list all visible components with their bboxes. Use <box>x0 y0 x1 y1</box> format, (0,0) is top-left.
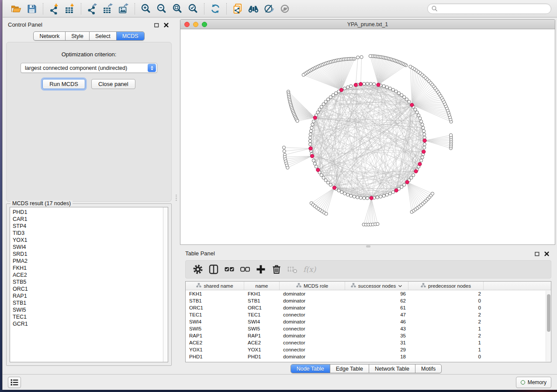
table-scrollbar-thumb[interactable] <box>547 294 550 332</box>
select-all-rows-icon[interactable] <box>224 264 235 275</box>
column-header-MCDS-role[interactable]: MCDS role <box>280 282 345 290</box>
optimization-criterion-select[interactable]: largest connected component (undirected) <box>21 63 157 73</box>
mcds-result-item[interactable]: TID3 <box>13 230 168 237</box>
mcds-result-item[interactable]: FKH1 <box>13 265 168 272</box>
column-header-name[interactable]: name <box>244 282 280 290</box>
mcds-result-item[interactable]: STB5 <box>13 279 168 285</box>
deselect-all-rows-icon[interactable] <box>239 264 251 275</box>
table-row[interactable]: PHD1PHD1dominator180 <box>186 353 551 360</box>
import-network-icon[interactable] <box>48 3 60 14</box>
save-session-icon[interactable] <box>26 3 38 14</box>
close-control-panel-button[interactable] <box>163 22 169 28</box>
table-settings-icon[interactable] <box>192 264 204 275</box>
table-tab-node-table[interactable]: Node Table <box>291 364 330 373</box>
first-neighbors-icon[interactable] <box>248 3 259 14</box>
export-table-icon[interactable] <box>102 3 114 14</box>
mcds-result-item[interactable]: STB1 <box>13 299 168 306</box>
table-row[interactable]: ORC1ORC1dominator610 <box>186 304 551 311</box>
search-input[interactable] <box>438 5 547 13</box>
table-row[interactable]: STB1STB1dominator620 <box>186 297 551 304</box>
control-panel-tabs: NetworkStyleSelectMCDS <box>33 31 144 41</box>
table-cell: 2 <box>408 333 484 338</box>
toolbar-group <box>81 3 135 14</box>
import-table-icon[interactable] <box>64 3 76 14</box>
table-cell: STB1 <box>186 298 244 303</box>
mcds-result-item[interactable]: SWI5 <box>13 306 168 313</box>
tab-mcds[interactable]: MCDS <box>116 32 144 40</box>
mcds-result-item[interactable]: RAP1 <box>13 292 168 299</box>
add-column-icon[interactable] <box>255 264 266 275</box>
mcds-result-item[interactable]: ACE2 <box>13 272 168 279</box>
toolbar-group <box>135 3 204 14</box>
table-row[interactable]: ACE2ACE2connector311 <box>186 339 551 346</box>
open-session-icon[interactable] <box>10 3 22 14</box>
close-window-button[interactable] <box>184 22 190 27</box>
table-cell: 35 <box>345 333 408 338</box>
close-panel-button[interactable]: Close panel <box>91 79 135 89</box>
zoom-fit-icon[interactable] <box>172 3 183 14</box>
table-tab-edge-table[interactable]: Edge Table <box>330 364 369 373</box>
column-header-filler <box>484 282 551 290</box>
zoom-selected-icon[interactable] <box>187 3 199 14</box>
search-box[interactable] <box>427 3 551 14</box>
zoom-out-icon[interactable] <box>156 3 167 14</box>
show-all-icon[interactable] <box>279 3 291 14</box>
mcds-list-scrollbar[interactable] <box>163 207 168 362</box>
float-table-panel-button[interactable] <box>534 251 540 256</box>
apply-layout-icon[interactable] <box>210 3 221 14</box>
table-row[interactable]: SWI4SWI4dominator462 <box>186 318 551 325</box>
table-tab-motifs[interactable]: Motifs <box>415 364 441 373</box>
chevron-down-icon[interactable] <box>398 283 402 289</box>
mcds-result-item[interactable]: ORC1 <box>13 285 168 292</box>
maximize-window-button[interactable] <box>202 22 207 27</box>
column-header-shared-name[interactable]: shared name <box>186 282 244 290</box>
task-history-button[interactable] <box>8 377 21 388</box>
run-mcds-button[interactable]: Run MCDS <box>42 79 85 89</box>
table-cell: dominator <box>280 333 345 338</box>
toolbar-icon-groups <box>3 0 296 17</box>
mcds-result-item[interactable]: GCR1 <box>13 320 168 327</box>
column-header-predecessor-nodes[interactable]: predecessor nodes <box>408 282 484 290</box>
mcds-result-item[interactable]: STP4 <box>13 223 168 230</box>
column-visibility-icon[interactable] <box>208 264 219 275</box>
memory-button[interactable]: Memory <box>516 377 551 388</box>
tab-network[interactable]: Network <box>34 32 65 40</box>
select-stepper-icon <box>148 64 156 72</box>
mcds-result-item[interactable]: PHD1 <box>13 209 168 216</box>
table-row[interactable]: YOX1YOX1connector291 <box>186 346 551 353</box>
tab-select[interactable]: Select <box>89 32 116 40</box>
mcds-result-item[interactable]: TEC1 <box>13 313 168 320</box>
tab-style[interactable]: Style <box>65 32 89 40</box>
optimization-criterion-label: Optimization criterion: <box>7 51 171 58</box>
table-row[interactable]: FKH1FKH1dominator962 <box>186 290 551 297</box>
mcds-result-item[interactable]: SRD1 <box>13 251 168 258</box>
export-network-icon[interactable] <box>86 3 98 14</box>
mcds-result-item[interactable]: YOX1 <box>13 237 168 244</box>
network-window-titlebar[interactable]: YPA_prune.txt_1 <box>180 20 555 29</box>
table-scrollbar[interactable] <box>546 291 550 361</box>
mcds-result-item[interactable]: SWI4 <box>13 244 168 251</box>
delete-column-icon[interactable] <box>271 264 282 275</box>
export-image-icon[interactable] <box>118 3 129 14</box>
float-control-panel-button[interactable] <box>154 22 159 28</box>
table-cell: SWI5 <box>244 326 280 331</box>
mcds-result-item[interactable]: CAR1 <box>13 216 168 223</box>
table-cell: connector <box>280 312 345 317</box>
table-row[interactable]: RAP1RAP1dominator352 <box>186 332 551 339</box>
table-row[interactable]: TEC1TEC1connector472 <box>186 311 551 318</box>
table-row[interactable]: SWI5SWI5connector431 <box>186 325 551 332</box>
table-cell: 0 <box>408 354 484 359</box>
minimize-window-button[interactable] <box>193 22 198 27</box>
column-header-successor-nodes[interactable]: successor nodes <box>345 282 408 290</box>
close-table-panel-button[interactable] <box>544 251 550 256</box>
table-cell: 2 <box>408 312 484 317</box>
network-from-selection-icon[interactable] <box>232 3 243 14</box>
table-tab-network-table[interactable]: Network Table <box>369 364 415 373</box>
memory-label: Memory <box>528 379 547 385</box>
zoom-in-icon[interactable] <box>140 3 152 14</box>
main-toolbar <box>3 0 557 17</box>
mcds-result-item[interactable]: PMA2 <box>13 258 168 265</box>
mcds-result-list[interactable]: PHD1CAR1STP4TID3YOX1SWI4SRD1PMA2FKH1ACE2… <box>10 207 168 362</box>
network-canvas[interactable] <box>180 30 555 244</box>
hide-selected-icon[interactable] <box>263 3 275 14</box>
